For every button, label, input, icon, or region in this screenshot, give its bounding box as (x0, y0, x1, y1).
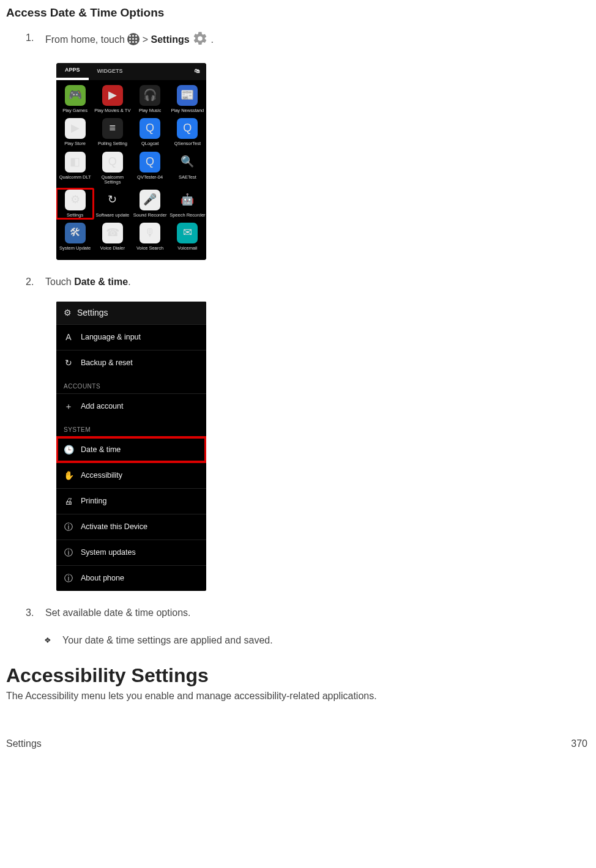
app-qualcomm-dlt[interactable]: ◧Qualcomm DLT (56, 150, 94, 187)
app-play-games[interactable]: 🎮Play Games (56, 84, 94, 114)
store-icon[interactable]: 🛍 (195, 67, 200, 76)
app-icon: ⚙ (65, 190, 86, 210)
app-label: Voicemail (177, 246, 197, 251)
settings-header: ⚙ Settings (56, 302, 206, 324)
footer-right: 370 (571, 738, 587, 749)
apps-icon (127, 33, 140, 45)
app-qvtester-04[interactable]: QQVTester-04 (132, 150, 169, 187)
settings-row-accessibility[interactable]: ✋Accessibility (56, 462, 206, 488)
body-text: The Accessibility menu lets you enable a… (6, 691, 590, 702)
big-heading: Accessibility Settings (6, 664, 590, 687)
app-speech-recorder[interactable]: 🤖Speech Recorder (169, 188, 206, 219)
row-icon: ⓘ (64, 546, 73, 559)
app-label: Sound Recorder (133, 213, 167, 218)
section-header: SYSTEM (56, 419, 206, 437)
settings-row-activate-this-device[interactable]: ⓘActivate this Device (56, 514, 206, 540)
settings-row-printing[interactable]: 🖨Printing (56, 488, 206, 514)
app-label: Play Music (139, 108, 161, 113)
row-icon: ⓘ (64, 521, 73, 533)
app-system-update[interactable]: 🛠System Update (56, 221, 94, 252)
app-label: Play Movies & TV (94, 108, 130, 113)
app-icon: 🛠 (65, 223, 86, 243)
row-label: Add account (81, 401, 124, 412)
app-qualcomm-settings[interactable]: QQualcomm Settings (94, 150, 131, 187)
app-play-store[interactable]: ▶Play Store (56, 117, 94, 147)
settings-row-language-input[interactable]: ALanguage & input (56, 324, 206, 350)
row-label: Printing (81, 495, 106, 507)
step-1: 1. From home, touch > Settings . APPS WI… (6, 31, 590, 260)
row-icon: 🖨 (64, 495, 73, 508)
app-saetest[interactable]: 🔍SAETest (169, 150, 206, 187)
app-label: QLogcat (141, 141, 158, 146)
app-qsensortest[interactable]: QQSensorTest (169, 117, 206, 147)
app-voice-search[interactable]: 🎙Voice Search (132, 221, 169, 252)
app-play-movies-tv[interactable]: ▶Play Movies & TV (94, 84, 131, 114)
step-2-pre: Touch (45, 276, 74, 287)
document-page: Access Date & Time Options 1. From home,… (0, 0, 596, 770)
app-play-music[interactable]: 🎧Play Music (132, 84, 169, 114)
app-label: Polling Setting (98, 141, 127, 146)
app-label: Software update (96, 213, 130, 218)
step-2: 2. Touch Date & time. ⚙ Settings ALangua… (6, 275, 590, 591)
row-icon: ＋ (64, 400, 73, 413)
tab-bar: APPS WIDGETS 🛍 (56, 63, 206, 80)
step-3: 3. Set available date & time options. (6, 606, 590, 620)
row-label: Date & time (81, 444, 121, 456)
app-play-newsstand[interactable]: 📰Play Newsstand (169, 84, 206, 114)
app-voicemail[interactable]: ✉Voicemail (169, 221, 206, 252)
settings-row-add-account[interactable]: ＋Add account (56, 393, 206, 419)
tab-widgets[interactable]: WIDGETS (89, 63, 132, 80)
app-icon: ≡ (102, 118, 123, 139)
settings-row-system-updates[interactable]: ⓘSystem updates (56, 540, 206, 565)
app-icon: 🔍 (177, 152, 198, 172)
date-time-word: Date & time (74, 276, 128, 287)
page-footer: Settings 370 (6, 738, 590, 752)
app-settings[interactable]: ⚙Settings (56, 188, 94, 219)
row-icon: ↻ (64, 357, 73, 369)
app-label: Qualcomm DLT (59, 175, 91, 180)
step-number: 2. (26, 275, 34, 289)
row-icon: ✋ (64, 469, 73, 482)
settings-row-about-phone[interactable]: ⓘAbout phone (56, 565, 206, 591)
app-label: Voice Search (136, 246, 163, 251)
row-label: Activate this Device (81, 521, 147, 533)
row-label: About phone (81, 573, 124, 584)
app-icon: Q (140, 118, 160, 139)
app-icon: ✉ (177, 223, 198, 243)
row-icon: ⓘ (64, 572, 73, 585)
app-icon: ▶ (65, 118, 86, 139)
app-label: Speech Recorder (169, 213, 205, 218)
app-label: Play Games (62, 108, 88, 113)
screenshot-settings: ⚙ Settings ALanguage & input↻Backup & re… (56, 302, 206, 591)
app-icon: ▶ (102, 85, 123, 106)
app-sound-recorder[interactable]: 🎤Sound Recorder (132, 188, 169, 219)
settings-row-backup-reset[interactable]: ↻Backup & reset (56, 350, 206, 376)
settings-row-date-time[interactable]: 🕒Date & time (56, 437, 206, 462)
result-text: Your date & time settings are applied an… (6, 635, 590, 646)
app-icon: 📰 (177, 85, 198, 106)
app-icon: ◧ (65, 152, 86, 172)
app-voice-dialer[interactable]: ☎Voice Dialer (94, 221, 131, 252)
section-heading: Access Date & Time Options (6, 6, 590, 20)
app-label: Voice Dialer (100, 246, 125, 251)
footer-left: Settings (6, 738, 42, 749)
tab-apps[interactable]: APPS (56, 63, 89, 80)
app-icon: ↻ (102, 190, 123, 210)
step-2-post: . (128, 276, 130, 287)
section-header: ACCOUNTS (56, 376, 206, 393)
app-label: System Update (59, 246, 91, 251)
gear-icon (192, 31, 208, 51)
app-icon: 🎤 (140, 190, 160, 210)
step-number: 1. (26, 31, 34, 45)
app-label: QSensorTest (174, 141, 201, 146)
app-label: Qualcomm Settings (94, 175, 130, 185)
app-label: Play Newsstand (171, 108, 204, 113)
app-icon: 🎧 (140, 85, 160, 106)
row-label: Accessibility (81, 470, 122, 481)
app-software-update[interactable]: ↻Software update (94, 188, 131, 219)
apps-grid: 🎮Play Games▶Play Movies & TV🎧Play Music📰… (56, 80, 206, 260)
app-polling-setting[interactable]: ≡Polling Setting (94, 117, 131, 147)
app-qlogcat[interactable]: QQLogcat (132, 117, 169, 147)
result-list: Your date & time settings are applied an… (6, 635, 590, 646)
app-icon: Q (177, 118, 198, 139)
